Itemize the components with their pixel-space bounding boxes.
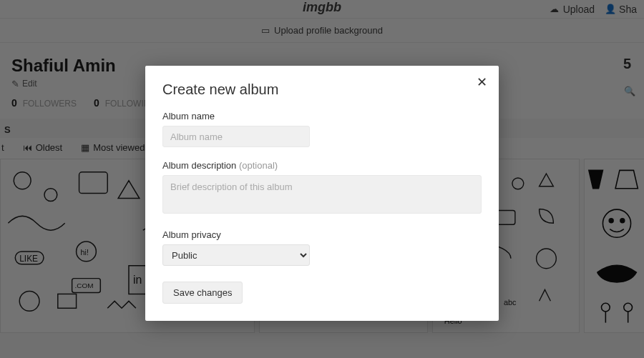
create-album-modal: ✕ Create new album Album name Album desc… [145,66,499,321]
album-privacy-select[interactable]: Public [162,244,310,266]
album-description-label: Album description (optional) [162,160,482,171]
modal-close-button[interactable]: ✕ [477,76,487,89]
close-icon: ✕ [477,75,487,89]
save-changes-button[interactable]: Save changes [162,282,243,304]
album-name-label: Album name [162,111,482,121]
album-name-field: Album name [162,111,482,147]
save-changes-label: Save changes [173,287,232,298]
album-description-field: Album description (optional) [162,160,482,217]
album-description-optional: (optional) [239,160,278,171]
album-name-input[interactable] [162,126,310,147]
album-privacy-label: Album privacy [162,229,482,240]
album-description-input[interactable] [162,175,482,214]
modal-title: Create new album [162,81,482,98]
album-privacy-field: Album privacy Public [162,229,482,266]
album-description-label-text: Album description [162,160,236,171]
